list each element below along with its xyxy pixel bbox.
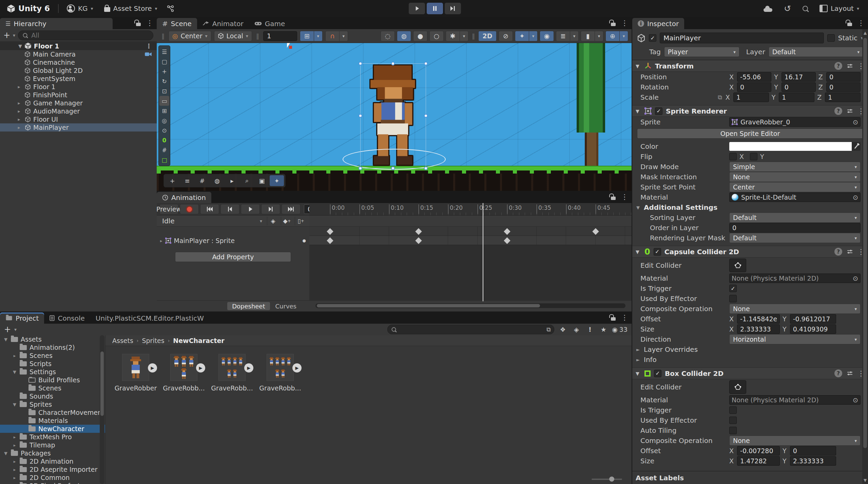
- playhead[interactable]: [483, 203, 483, 301]
- capsule-collider-header[interactable]: ▼ 0 ✓ Capsule Collider 2D ? ⋮: [632, 246, 868, 258]
- next-frame-button[interactable]: [261, 204, 280, 214]
- project-tree-item[interactable]: ▸2D Aseprite Importer: [0, 465, 105, 473]
- importance-icon[interactable]: !: [585, 326, 595, 333]
- foldout-closed-icon[interactable]: ▸: [16, 117, 22, 122]
- project-tree-item[interactable]: ▸2D Pixel Perfect: [0, 482, 105, 484]
- move-icon[interactable]: +: [165, 175, 179, 186]
- kebab-menu-icon[interactable]: ⋮: [621, 314, 628, 322]
- record-button[interactable]: [180, 204, 199, 214]
- rendering-layer-mask-dropdown[interactable]: Default▾: [729, 233, 861, 243]
- physics-material-field[interactable]: None (Physics Material 2D)⊙: [729, 274, 861, 283]
- tab-plastic-scm[interactable]: Unity.PlasticSCM.Editor.PlasticW: [90, 312, 209, 324]
- tab-scene[interactable]: # Scene: [157, 18, 197, 29]
- 2d-mode-toggle[interactable]: 2D: [478, 31, 497, 41]
- scrollbar-thumb[interactable]: [100, 351, 104, 416]
- camera-settings-button[interactable]: ▮: [581, 31, 595, 41]
- handle[interactable]: [359, 166, 362, 170]
- foldout-open-icon[interactable]: ▼: [12, 369, 17, 375]
- static-checkbox[interactable]: [827, 34, 835, 42]
- scale-tool-icon[interactable]: ⊡: [159, 86, 169, 96]
- foldout-closed-icon[interactable]: ▸: [12, 443, 17, 448]
- order-in-layer-field[interactable]: [729, 223, 861, 233]
- tab-dopesheet[interactable]: Dopesheet: [227, 302, 270, 310]
- foldout-closed-icon[interactable]: ▸: [16, 100, 22, 106]
- view-tool-icon[interactable]: ▢: [159, 57, 169, 66]
- hierarchy-item[interactable]: ▸Floor 1: [0, 83, 157, 91]
- object-picker-icon[interactable]: ⊙: [853, 194, 858, 201]
- tab-curves[interactable]: Curves: [271, 302, 301, 310]
- project-tree-item[interactable]: ▸Scenes: [0, 351, 105, 360]
- component-enabled-checkbox[interactable]: ✓: [655, 107, 662, 115]
- tab-animator[interactable]: Animator: [197, 18, 249, 29]
- timeline-horizontal-scrollbar[interactable]: [315, 303, 625, 308]
- hierarchy-item[interactable]: ▸AudioManager: [0, 107, 157, 115]
- layout-menu[interactable]: Layout ▾: [819, 4, 859, 13]
- transform-header[interactable]: ▼ Transform ? ⋮: [632, 60, 868, 72]
- project-tree-item[interactable]: ▸TextMesh Pro: [0, 433, 105, 441]
- add-button[interactable]: +: [3, 31, 10, 40]
- rotation-y-field[interactable]: [782, 82, 816, 92]
- overlay-menu-icon[interactable]: ☰: [159, 47, 169, 57]
- lock-icon[interactable]: [611, 317, 616, 321]
- save-search-icon[interactable]: ⧉: [546, 326, 551, 333]
- direction-dropdown[interactable]: Horizontal▾: [729, 334, 861, 344]
- flip-y-checkbox[interactable]: [750, 153, 757, 160]
- debug-draw-dropdown[interactable]: ▾: [460, 31, 468, 41]
- cursor-icon[interactable]: ▸: [225, 175, 239, 186]
- scrollbar-thumb[interactable]: [863, 38, 867, 448]
- keyframe-row-b[interactable]: [309, 236, 632, 245]
- presets-icon[interactable]: [847, 63, 853, 68]
- scale-z-field[interactable]: [825, 93, 861, 102]
- foldout-closed-icon[interactable]: ▸: [16, 108, 22, 114]
- tab-project[interactable]: Project: [0, 312, 44, 324]
- color-swatch[interactable]: [729, 142, 852, 151]
- lock-icon[interactable]: [611, 197, 616, 200]
- add-event-button[interactable]: ▯+: [295, 217, 307, 225]
- project-tree-item[interactable]: Animations(2): [0, 343, 105, 351]
- project-tree-item[interactable]: CharacterMovement: [0, 408, 105, 417]
- physics-material-field[interactable]: None (Physics Material 2D)⊙: [729, 395, 861, 405]
- rotation-z-field[interactable]: [826, 82, 861, 92]
- keyframe-diamond[interactable]: [592, 228, 600, 236]
- account-menu[interactable]: KG ▾: [67, 4, 93, 13]
- chevron-down-icon[interactable]: ▾: [13, 33, 15, 38]
- foldout-closed-icon[interactable]: ▸: [12, 353, 17, 358]
- grid-snap-toggle[interactable]: ⊞: [300, 31, 314, 41]
- scene-options-icon[interactable]: ⋮: [146, 42, 152, 49]
- hierarchy-item[interactable]: ▸Game Manager: [0, 99, 157, 107]
- project-tree-item[interactable]: Scenes: [0, 384, 105, 392]
- sprite-sheet-thumbnail[interactable]: [170, 354, 197, 381]
- layer-dropdown[interactable]: Default▾: [769, 47, 863, 57]
- project-tree-item[interactable]: ▼Settings: [0, 368, 105, 376]
- foldout-closed-icon[interactable]: ▸: [12, 435, 17, 440]
- foldout-closed-icon[interactable]: ▸: [12, 459, 17, 464]
- auto-tiling-checkbox[interactable]: [729, 427, 737, 434]
- help-icon[interactable]: ?: [834, 369, 842, 377]
- kebab-menu-icon[interactable]: ⋮: [621, 19, 628, 27]
- preview-button[interactable]: Preview: [159, 204, 178, 214]
- link-scale-icon[interactable]: ⧉: [718, 94, 722, 101]
- project-tree-item[interactable]: ▸2D Common: [0, 473, 105, 482]
- scene-viewport[interactable]: ☰ ▢ + ↻ ⊡ ▭ ⊞ ◎ ⊙ 0 # □ + ≡ # ◍ ▸ ⌕ ▣ ✦: [157, 43, 632, 191]
- animation-track[interactable]: ▸ MainPlayer : Sprite ●: [157, 236, 309, 245]
- menu-icon[interactable]: ≡: [180, 175, 194, 186]
- composite-operation-dropdown[interactable]: None▾: [729, 436, 861, 446]
- chevron-down-icon[interactable]: ▾: [14, 327, 17, 332]
- scrollbar-thumb[interactable]: [317, 304, 540, 307]
- info-foldout[interactable]: ► Info: [632, 355, 868, 365]
- grid-snap-dropdown[interactable]: ▾: [314, 31, 323, 41]
- handle[interactable]: [391, 166, 395, 170]
- selection-rect-gizmo[interactable]: [360, 63, 426, 168]
- effects-toggle[interactable]: ✦: [515, 31, 529, 41]
- hierarchy-item[interactable]: FinishPoint: [0, 91, 157, 99]
- layer-overrides-foldout[interactable]: ► Layer Overrides: [632, 344, 868, 355]
- hierarchy-item[interactable]: Main Camera: [0, 50, 157, 58]
- play-preview-button[interactable]: ▶: [292, 363, 302, 372]
- grid-tool-icon[interactable]: #: [159, 145, 169, 155]
- globe-icon[interactable]: ◍: [210, 175, 224, 186]
- orientation-dropdown[interactable]: Local ▾: [214, 31, 252, 41]
- keyframe-row-a[interactable]: [309, 227, 632, 236]
- foldout-closed-icon[interactable]: ▸: [12, 467, 17, 472]
- open-sprite-editor-button[interactable]: Open Sprite Editor: [637, 128, 863, 139]
- audio-mute-toggle[interactable]: ⊘: [499, 31, 513, 41]
